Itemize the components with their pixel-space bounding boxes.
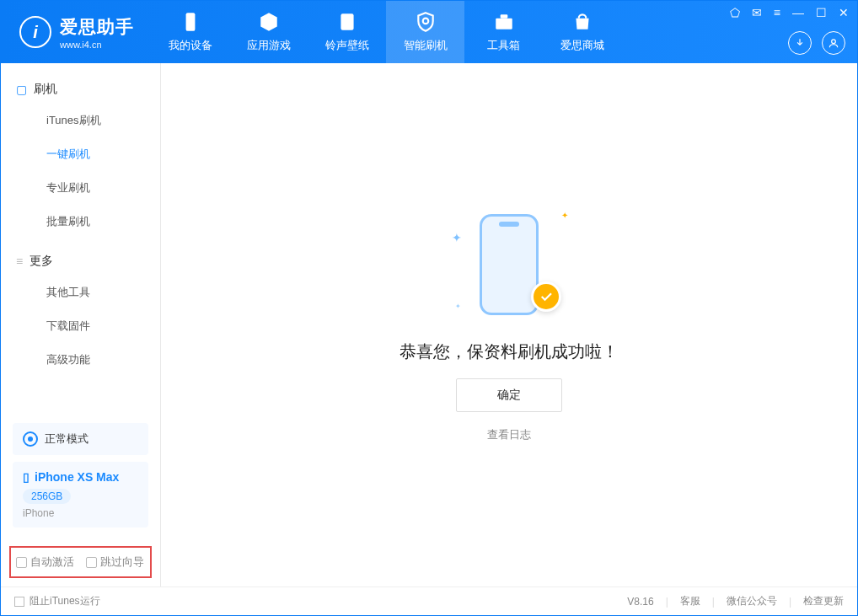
tab-label: 爱思商城 [560,38,604,53]
footer-left: 阻止iTunes运行 [14,594,100,608]
svg-rect-4 [500,14,507,18]
window-controls-top: ⬠ ✉ ≡ — ☐ ✕ [730,6,849,19]
success-message: 恭喜您，保资料刷机成功啦！ [400,340,619,363]
option-auto-activate[interactable]: 自动激活 [16,554,74,570]
logo: i 爱思助手 www.i4.cn [1,1,151,63]
device-name-text: iPhone XS Max [35,470,119,484]
user-button[interactable] [822,31,845,55]
success-illustration: ✦ ✦ ✦ [450,207,568,325]
download-icon [794,37,806,49]
mode-icon [23,431,38,447]
phone-icon: ▢ [16,83,27,96]
shield-icon [415,11,437,33]
device-info[interactable]: ▯ iPhone XS Max 256GB iPhone [13,462,148,528]
block-itunes-label: 阻止iTunes运行 [29,594,100,608]
download-button[interactable] [788,31,812,55]
checkbox-icon [14,597,24,607]
sidebar: ▢ 刷机 iTunes刷机 一键刷机 专业刷机 批量刷机 ≡ 更多 其他工具 下… [1,63,161,587]
tab-store[interactable]: 爱思商城 [543,1,621,63]
mode-label: 正常模式 [45,431,88,447]
tab-apps[interactable]: 应用游戏 [229,1,308,63]
app-window: i 爱思助手 www.i4.cn 我的设备 应用游戏 铃声壁纸 智能刷机 [0,0,858,616]
nav-item-other-tools[interactable]: 其他工具 [1,276,160,309]
tab-ringtones[interactable]: 铃声壁纸 [308,1,386,63]
tab-label: 智能刷机 [404,38,448,53]
sparkle-icon: ✦ [561,211,568,220]
device-type: iPhone [23,507,138,519]
bag-icon [571,11,593,33]
device-icon [180,11,201,33]
sparkle-icon: ✦ [452,231,462,244]
check-update-link[interactable]: 检查更新 [803,594,844,608]
nav-item-batch-flash[interactable]: 批量刷机 [1,205,160,238]
svg-rect-3 [496,19,512,29]
svg-point-2 [422,19,428,24]
device-panel: 正常模式 ▯ iPhone XS Max 256GB iPhone [1,415,160,543]
close-button[interactable]: ✕ [839,6,849,19]
nav-item-download-firmware[interactable]: 下载固件 [1,309,160,343]
svg-point-5 [832,40,836,44]
separator: | [666,596,668,608]
tab-my-device[interactable]: 我的设备 [151,1,229,63]
list-icon: ≡ [16,254,23,268]
tab-flash[interactable]: 智能刷机 [386,1,464,63]
svg-rect-0 [185,13,195,31]
feedback-icon[interactable]: ✉ [752,6,762,19]
version-label[interactable]: V8.16 [627,596,653,608]
title-bar: i 爱思助手 www.i4.cn 我的设备 应用游戏 铃声壁纸 智能刷机 [1,1,857,63]
body: ▢ 刷机 iTunes刷机 一键刷机 专业刷机 批量刷机 ≡ 更多 其他工具 下… [1,63,857,587]
nav: ▢ 刷机 iTunes刷机 一键刷机 专业刷机 批量刷机 ≡ 更多 其他工具 下… [1,63,160,415]
nav-item-pro-flash[interactable]: 专业刷机 [1,171,160,205]
view-log-link[interactable]: 查看日志 [487,427,531,442]
customer-service-link[interactable]: 客服 [680,594,700,608]
ok-button[interactable]: 确定 [456,378,562,412]
nav-section-more: ≡ 更多 其他工具 下载固件 高级功能 [1,247,160,377]
main-content: ✦ ✦ ✦ 恭喜您，保资料刷机成功啦！ 确定 查看日志 [161,63,857,587]
separator: | [712,596,715,608]
nav-item-itunes-flash[interactable]: iTunes刷机 [1,104,160,137]
toolbox-icon [493,11,515,33]
tab-label: 工具箱 [487,38,520,53]
wechat-link[interactable]: 微信公众号 [727,594,777,608]
option-label: 跳过向导 [100,554,144,570]
menu-icon[interactable]: ≡ [774,6,780,19]
tab-toolbox[interactable]: 工具箱 [464,1,543,63]
checkbox-icon [16,557,27,568]
status-bar: 阻止iTunes运行 V8.16 | 客服 | 微信公众号 | 检查更新 [1,587,857,615]
sparkle-icon: ✦ [455,303,461,310]
nav-item-one-click-flash[interactable]: 一键刷机 [1,137,160,171]
tab-label: 铃声壁纸 [325,38,369,53]
option-label: 自动激活 [30,554,74,570]
tab-label: 我的设备 [169,38,212,53]
nav-section-title: 刷机 [34,82,57,97]
device-mode[interactable]: 正常模式 [13,423,148,455]
phone-icon [480,214,539,315]
user-icon [828,37,839,49]
block-itunes-option[interactable]: 阻止iTunes运行 [14,594,100,608]
skin-icon[interactable]: ⬠ [730,6,740,19]
logo-cn: 爱思助手 [60,15,134,39]
tab-label: 应用游戏 [247,38,291,53]
logo-icon: i [19,16,51,48]
footer-right: V8.16 | 客服 | 微信公众号 | 检查更新 [627,594,844,608]
cube-icon [258,11,280,33]
main-tabs: 我的设备 应用游戏 铃声壁纸 智能刷机 工具箱 爱思商城 [151,1,621,63]
check-badge-icon [531,281,561,312]
nav-header-flash: ▢ 刷机 [1,75,160,104]
nav-header-more: ≡ 更多 [1,247,160,276]
maximize-button[interactable]: ☐ [816,6,827,19]
logo-text: 爱思助手 www.i4.cn [60,15,134,50]
device-capacity: 256GB [23,489,71,504]
music-icon [336,11,358,33]
header-actions [788,31,845,55]
nav-section-title: 更多 [29,254,53,269]
separator: | [789,596,791,608]
checkbox-icon [86,557,97,568]
logo-en: www.i4.cn [60,40,134,50]
device-name: ▯ iPhone XS Max [23,470,138,484]
option-skip-guide[interactable]: 跳过向导 [86,554,144,570]
nav-item-advanced[interactable]: 高级功能 [1,343,160,377]
flash-options-highlight: 自动激活 跳过向导 [9,546,152,578]
minimize-button[interactable]: — [792,6,804,19]
phone-small-icon: ▯ [23,470,29,484]
